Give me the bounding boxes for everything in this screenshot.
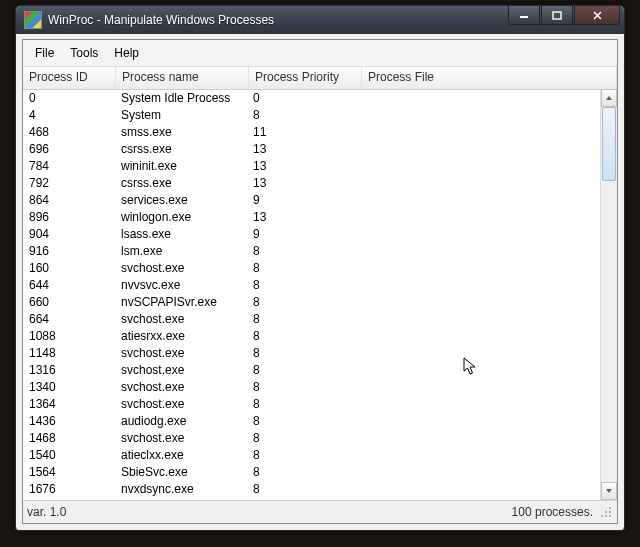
table-row[interactable]: 1564SbieSvc.exe8: [23, 463, 601, 480]
svg-point-5: [601, 515, 603, 517]
cell-name: atieclxx.exe: [115, 448, 247, 462]
minimize-button[interactable]: [508, 6, 540, 25]
cell-name: svchost.exe: [115, 363, 247, 377]
menu-tools[interactable]: Tools: [62, 44, 106, 62]
cell-priority: 8: [247, 278, 359, 292]
column-headers: Process ID Process name Process Priority…: [23, 67, 617, 90]
table-row[interactable]: 468smss.exe11: [23, 123, 601, 140]
cell-pid: 904: [23, 227, 115, 241]
table-row[interactable]: 1676nvxdsync.exe8: [23, 480, 601, 497]
cell-priority: 8: [247, 329, 359, 343]
cell-priority: 8: [247, 312, 359, 326]
cell-priority: 8: [247, 397, 359, 411]
cell-priority: 13: [247, 142, 359, 156]
scroll-down-button[interactable]: [601, 482, 617, 500]
cell-priority: 13: [247, 210, 359, 224]
cell-pid: 896: [23, 210, 115, 224]
cell-pid: 160: [23, 261, 115, 275]
cell-name: csrss.exe: [115, 142, 247, 156]
maximize-icon: [552, 11, 562, 20]
cell-priority: 8: [247, 448, 359, 462]
cell-pid: 696: [23, 142, 115, 156]
cell-pid: 1676: [23, 482, 115, 496]
process-list[interactable]: Process ID Process name Process Priority…: [23, 67, 617, 500]
column-header-priority[interactable]: Process Priority: [249, 67, 362, 89]
cell-pid: 1316: [23, 363, 115, 377]
menu-help[interactable]: Help: [106, 44, 147, 62]
cell-name: wininit.exe: [115, 159, 247, 173]
table-row[interactable]: 1364svchost.exe8: [23, 395, 601, 412]
table-row[interactable]: 784wininit.exe13: [23, 157, 601, 174]
table-row[interactable]: 1436audiodg.exe8: [23, 412, 601, 429]
column-header-pid[interactable]: Process ID: [23, 67, 116, 89]
cell-name: lsass.exe: [115, 227, 247, 241]
cell-pid: 864: [23, 193, 115, 207]
resize-grip[interactable]: [599, 505, 613, 519]
scroll-up-button[interactable]: [601, 89, 617, 107]
cell-priority: 8: [247, 380, 359, 394]
cell-name: System: [115, 108, 247, 122]
cell-pid: 660: [23, 295, 115, 309]
close-button[interactable]: [574, 6, 620, 25]
menu-bar: File Tools Help: [23, 40, 617, 67]
chevron-down-icon: [605, 488, 613, 494]
table-row[interactable]: 664svchost.exe8: [23, 310, 601, 327]
cell-priority: 11: [247, 125, 359, 139]
table-row[interactable]: 660nvSCPAPISvr.exe8: [23, 293, 601, 310]
svg-point-3: [605, 511, 607, 513]
process-rows: 0System Idle Process04System8468smss.exe…: [23, 89, 601, 500]
table-row[interactable]: 916lsm.exe8: [23, 242, 601, 259]
cell-name: svchost.exe: [115, 346, 247, 360]
cell-priority: 8: [247, 363, 359, 377]
cell-pid: 644: [23, 278, 115, 292]
cell-name: lsm.exe: [115, 244, 247, 258]
svg-point-7: [609, 515, 611, 517]
svg-rect-1: [553, 12, 561, 19]
cell-pid: 1540: [23, 448, 115, 462]
cell-priority: 9: [247, 193, 359, 207]
table-row[interactable]: 896winlogon.exe13: [23, 208, 601, 225]
cell-pid: 916: [23, 244, 115, 258]
table-row[interactable]: 1316svchost.exe8: [23, 361, 601, 378]
cell-priority: 13: [247, 159, 359, 173]
table-row[interactable]: 1540atieclxx.exe8: [23, 446, 601, 463]
table-row[interactable]: 1088atiesrxx.exe8: [23, 327, 601, 344]
resize-grip-icon: [599, 505, 613, 519]
cell-priority: 13: [247, 176, 359, 190]
cell-priority: 8: [247, 261, 359, 275]
close-icon: [592, 11, 603, 20]
vertical-scrollbar[interactable]: [600, 89, 617, 500]
svg-point-2: [609, 507, 611, 509]
cell-priority: 8: [247, 465, 359, 479]
table-row[interactable]: 4System8: [23, 106, 601, 123]
table-row[interactable]: 1468svchost.exe8: [23, 429, 601, 446]
cell-name: winlogon.exe: [115, 210, 247, 224]
cell-pid: 664: [23, 312, 115, 326]
maximize-button[interactable]: [541, 6, 573, 25]
table-row[interactable]: 1340svchost.exe8: [23, 378, 601, 395]
cell-priority: 8: [247, 431, 359, 445]
app-window: WinProc - Manipulate Windows Processes F…: [15, 5, 625, 531]
table-row[interactable]: 864services.exe9: [23, 191, 601, 208]
cell-pid: 1088: [23, 329, 115, 343]
cell-name: System Idle Process: [115, 91, 247, 105]
table-row[interactable]: 792csrss.exe13: [23, 174, 601, 191]
cell-name: SbieSvc.exe: [115, 465, 247, 479]
table-row[interactable]: 904lsass.exe9: [23, 225, 601, 242]
cell-pid: 784: [23, 159, 115, 173]
table-row[interactable]: 0System Idle Process0: [23, 89, 601, 106]
scroll-thumb[interactable]: [602, 107, 616, 181]
title-bar[interactable]: WinProc - Manipulate Windows Processes: [16, 6, 624, 34]
table-row[interactable]: 1148svchost.exe8: [23, 344, 601, 361]
menu-file[interactable]: File: [27, 44, 62, 62]
column-header-name[interactable]: Process name: [116, 67, 249, 89]
svg-point-4: [609, 511, 611, 513]
window-buttons: [507, 6, 620, 25]
minimize-icon: [519, 11, 529, 19]
table-row[interactable]: 696csrss.exe13: [23, 140, 601, 157]
cell-name: smss.exe: [115, 125, 247, 139]
column-header-file[interactable]: Process File: [362, 67, 617, 89]
table-row[interactable]: 160svchost.exe8: [23, 259, 601, 276]
table-row[interactable]: 644nvvsvc.exe8: [23, 276, 601, 293]
cell-pid: 1564: [23, 465, 115, 479]
